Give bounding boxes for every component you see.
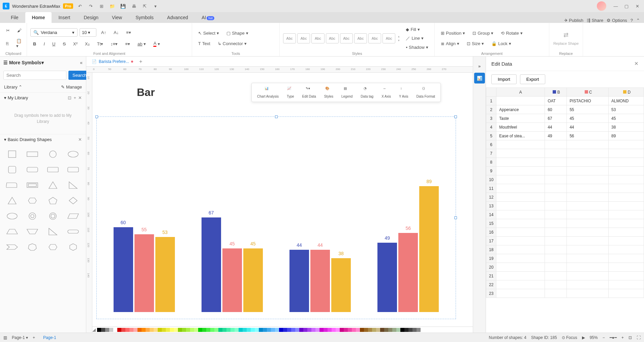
collapse-right-icon[interactable]: » [474,61,485,71]
mylib-expand-icon[interactable]: ⊡ [68,95,71,100]
shape-donut2[interactable] [45,210,61,222]
publish-button[interactable]: ✈ Publish [564,18,583,23]
minimize-icon[interactable]: — [612,2,620,10]
chart-datatag-button[interactable]: ◔Data tag [357,85,377,100]
tab-insert[interactable]: Insert [52,12,77,23]
style-preset[interactable]: Abc [354,33,367,43]
cut-icon[interactable]: ✂ [3,27,12,34]
data-grid[interactable]: A B C D1OATPISTACHIOALMOND2Apperance6055… [486,88,644,333]
style-preset[interactable]: Abc [368,33,381,43]
tab-ai[interactable]: AIhot [195,12,221,23]
tab-symbols[interactable]: Symbols [129,12,160,23]
styles-up-icon[interactable]: ▴ [398,35,400,38]
new-icon[interactable]: ⊞ [97,2,105,10]
align-button[interactable]: ≣ Align▾ [438,40,462,47]
add-page-icon[interactable]: + [33,335,35,340]
shape-ellipse[interactable] [65,148,81,160]
bullet-icon[interactable]: ≡▾ [122,40,133,48]
export-icon[interactable]: ⇱ [141,2,149,10]
superscript-icon[interactable]: X² [70,40,80,48]
format-painter-icon[interactable]: 🖌 [14,27,24,34]
play-icon[interactable]: ▶ [582,335,585,340]
shape-frame[interactable] [24,179,40,191]
shape-diamond[interactable] [65,195,81,207]
shape-chevron[interactable] [4,241,20,253]
subscript-icon[interactable]: X₂ [82,40,92,48]
options-button[interactable]: ⚙ Options [607,18,627,23]
rotate-button[interactable]: ⟲ Rotate▾ [498,29,525,37]
line-button[interactable]: ／ Line ▾ [403,34,431,43]
focus-button[interactable]: ⊙ Focus [562,335,577,340]
tab-advanced[interactable]: Advanced [160,12,195,23]
shape-triangle[interactable] [45,179,61,191]
italic-icon[interactable]: I [41,40,48,48]
shape-heptagon[interactable] [24,241,40,253]
close-icon[interactable]: ✕ [633,2,641,10]
maximize-icon[interactable]: ▢ [622,2,631,10]
collapse-ribbon-icon[interactable]: ⌃ [636,18,640,23]
mylib-add-icon[interactable]: + [73,95,76,100]
zoom-in-icon[interactable]: + [621,335,624,340]
more-icon[interactable]: ▾ [151,2,159,10]
shape-parallelogram[interactable] [65,210,81,222]
open-icon[interactable]: 📁 [108,2,116,10]
shape-trapezoid2[interactable] [24,226,40,238]
search-input[interactable] [3,71,66,80]
shape-button[interactable]: ▢ Shape ▾ [224,29,251,37]
chart-xaxis-button[interactable]: ↔X Axis [378,85,394,100]
shape-hex3[interactable] [65,241,81,253]
export-button[interactable]: Export [520,74,546,84]
save-icon[interactable]: 💾 [119,2,127,10]
tab-file[interactable]: File [4,12,25,23]
help-icon[interactable]: ? [631,18,633,23]
copy-icon[interactable]: ⎘ [3,40,11,47]
shape-rounded-rect3[interactable] [65,164,81,176]
replace-shape-icon[interactable]: ⇄ [563,31,569,39]
fill-button[interactable]: ◆ Fill ▾ [403,26,431,33]
close-panel-icon[interactable]: ✕ [634,61,639,67]
tab-design[interactable]: Design [77,12,105,23]
chart-panel-icon[interactable]: 📊 [474,73,485,83]
file-tab[interactable]: 📄 Barista Prefere... [88,58,137,65]
shape-circle[interactable] [45,148,61,160]
line-spacing-icon[interactable]: ↕≡▾ [108,40,120,48]
mylib-dropzone[interactable]: Drag symbols here to add to My Library [4,106,82,131]
align-icon[interactable]: ≡▾ [123,29,134,36]
chart-type-button[interactable]: 📈Type [283,85,298,100]
replace-shape-button[interactable]: Replace Shape [553,41,579,45]
chart-styles-button[interactable]: 🎨Styles [321,85,337,100]
style-preset[interactable]: Abc [382,33,395,43]
connector-button[interactable]: ↳ Connector ▾ [215,40,249,47]
shape-donut[interactable] [24,210,40,222]
share-button[interactable]: ⇶ Share [587,18,603,23]
new-tab-button[interactable]: + [139,59,142,65]
shape-right-tri2[interactable] [45,226,61,238]
position-button[interactable]: ⊞ Position▾ [438,29,468,37]
tab-home[interactable]: Home [25,12,52,23]
font-size-select[interactable]: 10 ▾ [80,28,96,37]
page-select[interactable]: Page-1 ▾ [12,335,28,340]
shape-hex2[interactable] [45,241,61,253]
shapes-section[interactable]: ▾ Basic Drawing Shapes [4,137,52,142]
mylib-close-icon[interactable]: ✕ [78,95,82,100]
chart-dataformat-button[interactable]: ⟨⟩Data Format [413,85,439,100]
chart-analysis-button[interactable]: 📊Chart Analysis [254,85,282,100]
shape-pill[interactable] [65,226,81,238]
zoom-out-icon[interactable]: − [603,335,605,340]
redo-icon[interactable]: ↷ [87,2,95,10]
avatar[interactable] [597,1,606,11]
style-preset[interactable]: Abc [297,33,310,43]
more-symbols-title[interactable]: ☰ More Symbols▾ [3,60,44,65]
style-preset[interactable]: Abc [326,33,339,43]
text-button[interactable]: T Text [195,40,213,47]
shape-tab[interactable] [4,179,20,191]
color-palette[interactable]: ◢ [92,327,473,333]
shape-hexagon[interactable] [24,195,40,207]
shape-trapezoid[interactable] [4,226,20,238]
strike-icon[interactable]: S [60,40,68,48]
size-button[interactable]: ⊡ Size▾ [464,40,487,47]
mylib-section[interactable]: ▾ My Library [4,95,28,100]
print-icon[interactable]: 🖶 [130,2,138,10]
style-preset[interactable]: Abc [283,33,296,43]
increase-font-icon[interactable]: A↑ [98,29,109,36]
